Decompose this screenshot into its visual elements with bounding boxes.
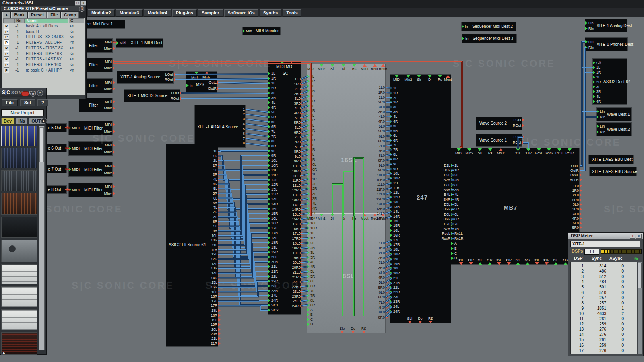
port-mb7-mixer-1L[interactable]: 1L [451, 163, 458, 167]
port-8sl-mixer-7L0[interactable]: 7L0 [379, 300, 388, 304]
port-8sl-mixer-A[interactable]: A [307, 308, 313, 312]
port-midi-mo-20L[interactable]: 20L [268, 255, 277, 259]
port-asio2-flt-source-64-7L[interactable]: 7L [213, 206, 221, 210]
device-thumbnail-9[interactable] [1, 309, 37, 330]
port-asio2-flt-source-64-18L[interactable]: 18L [211, 309, 221, 313]
port-mb7-mixer-1R0[interactable]: 1R0 [572, 189, 582, 193]
port-mb7-mixer-Rs[interactable]: Rs [485, 148, 496, 155]
port-midi-mo-17R0[interactable]: 17R0 [292, 237, 304, 241]
port-mb7-mixer-3L0[interactable]: 3L0 [573, 202, 582, 206]
port-16sl-mixer-8L0[interactable]: 8L0 [379, 154, 388, 158]
port-asio2-flt-source-64-19R[interactable]: 19R [211, 323, 221, 327]
port-247-mixer-13R[interactable]: 13R [390, 205, 400, 209]
port-asio2-flt-source-64-15R[interactable]: 15R [211, 285, 221, 289]
port-mb7-mixer-X1L[interactable]: X1L [512, 148, 524, 155]
port-midi-mo-3R[interactable]: 3R [268, 96, 276, 100]
port-midi-mo-19R0[interactable]: 19R0 [292, 256, 304, 260]
menu-tab-modular3[interactable]: Modular3 [116, 9, 143, 17]
dsp-device-field[interactable]: XITE-1 [570, 241, 640, 247]
port-asio2-flt-source-64-9L[interactable]: 9L [213, 224, 221, 228]
menu-tab-tools[interactable]: Tools [283, 9, 301, 17]
preset-row[interactable]: P-1FILTERS - 8X ON 8X<n [2, 35, 85, 40]
port-sequencer-midi-dest-3-In[interactable]: In [462, 37, 469, 41]
port-midi-mo-21R0[interactable]: 21R0 [292, 275, 304, 279]
preset-row[interactable]: P-1FILTERS - LPF 16X<n [2, 62, 85, 68]
port-asio2-flt-source-64-1R[interactable]: 1R [213, 154, 221, 158]
port-midi-mo-19L0[interactable]: 19L0 [293, 251, 304, 255]
port-16sl-mixer-7R[interactable]: 7R [307, 138, 315, 142]
port-247-mixer-24R[interactable]: 24R [390, 309, 400, 313]
port-16sl-mixer-2L[interactable]: 2L [307, 84, 314, 88]
port-midi-mo-14L0[interactable]: 14L0 [293, 203, 304, 207]
port-16sl-mixer-11L0[interactable]: 11L0 [377, 183, 388, 187]
port-247-mixer-19R[interactable]: 19R [390, 262, 400, 266]
port-midi-mo-16R0[interactable]: 16R0 [292, 227, 304, 231]
port-mb7-mixer-4L[interactable]: 4L [451, 193, 458, 197]
magnifier-button[interactable]: ◉ [30, 91, 36, 97]
port-midi-mo-3R0[interactable]: 3R0 [294, 101, 304, 105]
scroll-up-icon[interactable]: ▲ [2, 350, 6, 354]
port-xite1-analog-dest-LIn[interactable]: LIn [585, 21, 594, 25]
port-midi-mo-3L[interactable]: 3L [268, 91, 275, 95]
port-asio2-flt-source-64-5L[interactable]: 5L [213, 187, 221, 191]
port-8sl-mixer-4L[interactable]: 4L [307, 260, 314, 264]
port-midi-mo-22L0[interactable]: 22L0 [293, 280, 304, 284]
port-mb7-mixer-C[interactable]: C [451, 251, 457, 255]
play-button[interactable]: ▶ [41, 118, 47, 124]
port-midi-midi-filter-2-MIDI[interactable]: MIDI [69, 146, 80, 150]
port-mb7-mixer-7L[interactable]: 7L [451, 222, 458, 226]
port-247-mixer-1L[interactable]: 1L [390, 86, 397, 90]
port-mb7-mixer-2R[interactable]: 2R [451, 178, 459, 182]
port-mb7-mixer-2L[interactable]: 2L [451, 173, 458, 177]
port-wave-source-2-ROut[interactable]: ROut [513, 123, 524, 128]
port-16sl-mixer-2R[interactable]: 2R [307, 89, 315, 93]
preset-tab-file[interactable]: File [47, 12, 60, 18]
port-16sl-mixer-MIn2[interactable]: MIn2 [316, 64, 327, 71]
device-thumbnail-10[interactable] [1, 332, 37, 355]
port-midi-mo-4L0[interactable]: 4L0 [295, 106, 304, 110]
port-midi-mo-22R0[interactable]: 22R0 [292, 285, 304, 289]
port-16sl-mixer-6L0[interactable]: 6L0 [379, 134, 388, 138]
port-16sl-mixer-9L0[interactable]: 9L0 [379, 163, 388, 167]
port-247-mixer-9R[interactable]: 9R [390, 167, 398, 171]
port-midi-mo-12R[interactable]: 12R [268, 183, 278, 187]
port-midi-mo-18L0[interactable]: 18L0 [293, 241, 304, 245]
port-8sl-mixer-Slo[interactable]: Slo [336, 327, 348, 333]
port-asio2-flt-source-64-7R[interactable]: 7R [213, 210, 221, 214]
dsp-minimize-button[interactable]: = [630, 234, 635, 239]
dsp-close-button[interactable]: ✕ [636, 234, 642, 239]
port-wave-dest-1-LIn[interactable]: LIn [597, 109, 605, 113]
port-247-mixer-2R[interactable]: 2R [390, 100, 398, 104]
preset-play-button[interactable]: P [4, 46, 9, 51]
port-16sl-mixer-7L0[interactable]: 7L0 [379, 144, 388, 148]
port-midi-mo-13R0[interactable]: 13R0 [292, 198, 304, 202]
menu-tab-modular4[interactable]: Modular4 [144, 9, 171, 17]
port-midi-mo-22R[interactable]: 22R [268, 279, 278, 283]
port-midi-mo-10R0[interactable]: 10R0 [292, 169, 304, 173]
port-asio2-dest-64-1L[interactable]: 1L [593, 66, 600, 70]
port-247-mixer-13L[interactable]: 13L [390, 200, 399, 204]
port-midi-mo-10L[interactable]: 10L [268, 158, 277, 162]
port-16sl-mixer-MIDI[interactable]: MIDI [305, 64, 316, 71]
port-midi-mo-24L[interactable]: 24L [268, 294, 277, 298]
port-247-mixer-17R[interactable]: 17R [390, 243, 400, 247]
port-mb7-mixer-5L0[interactable]: 5L0 [573, 221, 582, 225]
port-16sl-mixer-1R[interactable]: 1R [307, 79, 315, 83]
port-midi-mo-19L[interactable]: 19L [268, 245, 277, 249]
port-midi-mo-9L0[interactable]: 9L0 [295, 154, 304, 158]
port-16sl-mixer-2L0[interactable]: 2L0 [379, 95, 388, 99]
port-xite1-adat-a-source-8[interactable]: 8 [243, 141, 248, 145]
port-mb7-mixer-Rc2R[interactable]: Rc2R [543, 148, 555, 155]
project-menu-help[interactable]: ? [37, 99, 48, 106]
device-thumbnail-3[interactable] [1, 170, 37, 191]
preset-play-button[interactable]: P [4, 57, 9, 62]
port-8sl-mixer-1L0[interactable]: 1L0 [379, 241, 388, 245]
port-247-mixer-18L[interactable]: 18L [390, 247, 399, 251]
port-16sl-mixer-1L[interactable]: 1L [307, 74, 314, 78]
preset-tab-bank[interactable]: Bank [11, 12, 27, 18]
port-247-mixer-19L[interactable]: 19L [390, 257, 399, 261]
port-midi-mo-8R0[interactable]: 8R0 [294, 150, 304, 154]
device-thumbnail-1[interactable] [1, 126, 37, 146]
port-midi-midi-filter-1-MIDI[interactable]: MIDI [69, 126, 80, 130]
port-8sl-mixer-5R[interactable]: 5R [307, 274, 315, 278]
